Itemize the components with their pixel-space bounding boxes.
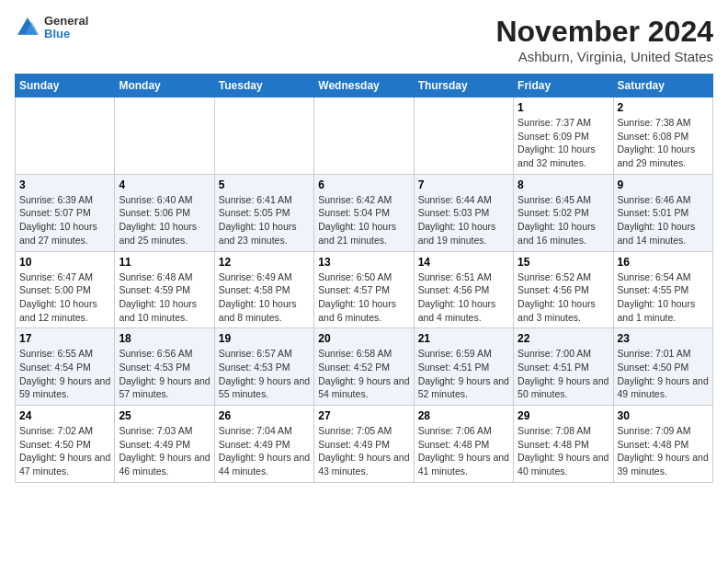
day-info: Sunrise: 6:48 AM Sunset: 4:59 PM Dayligh… — [119, 270, 210, 325]
calendar-day-cell: 2Sunrise: 7:38 AM Sunset: 6:08 PM Daylig… — [613, 98, 712, 175]
calendar-day-cell: 18Sunrise: 6:56 AM Sunset: 4:53 PM Dayli… — [115, 328, 214, 406]
day-info: Sunrise: 6:39 AM Sunset: 5:07 PM Dayligh… — [19, 193, 110, 247]
day-info: Sunrise: 6:57 AM Sunset: 4:53 PM Dayligh… — [219, 347, 310, 401]
calendar-day-cell: 13Sunrise: 6:50 AM Sunset: 4:57 PM Dayli… — [314, 251, 414, 328]
day-info: Sunrise: 6:56 AM Sunset: 4:53 PM Dayligh… — [119, 347, 210, 401]
day-number: 23 — [618, 332, 709, 345]
calendar-day-cell: 8Sunrise: 6:45 AM Sunset: 5:02 PM Daylig… — [514, 174, 613, 251]
day-number: 21 — [418, 332, 509, 345]
day-info: Sunrise: 6:47 AM Sunset: 5:00 PM Dayligh… — [19, 270, 110, 325]
day-number: 10 — [19, 256, 110, 269]
day-number: 19 — [219, 332, 310, 345]
day-info: Sunrise: 6:50 AM Sunset: 4:57 PM Dayligh… — [318, 270, 409, 325]
day-info: Sunrise: 6:54 AM Sunset: 4:55 PM Dayligh… — [618, 270, 709, 325]
calendar-day-cell: 30Sunrise: 7:09 AM Sunset: 4:48 PM Dayli… — [613, 406, 712, 483]
calendar-day-cell: 5Sunrise: 6:41 AM Sunset: 5:05 PM Daylig… — [214, 174, 313, 251]
day-info: Sunrise: 7:02 AM Sunset: 4:50 PM Dayligh… — [19, 424, 110, 478]
day-info: Sunrise: 7:06 AM Sunset: 4:48 PM Dayligh… — [418, 424, 509, 478]
calendar-week-row: 24Sunrise: 7:02 AM Sunset: 4:50 PM Dayli… — [16, 406, 713, 483]
calendar-day-cell: 15Sunrise: 6:52 AM Sunset: 4:56 PM Dayli… — [514, 251, 613, 328]
day-info: Sunrise: 7:38 AM Sunset: 6:08 PM Dayligh… — [618, 116, 709, 170]
calendar-day-cell: 3Sunrise: 6:39 AM Sunset: 5:07 PM Daylig… — [16, 174, 115, 251]
logo: General Blue — [15, 15, 88, 41]
day-number: 6 — [318, 178, 409, 191]
calendar-day-cell — [115, 98, 214, 175]
calendar-day-cell: 4Sunrise: 6:40 AM Sunset: 5:06 PM Daylig… — [115, 174, 214, 251]
day-info: Sunrise: 6:44 AM Sunset: 5:03 PM Dayligh… — [418, 193, 509, 247]
day-info: Sunrise: 6:41 AM Sunset: 5:05 PM Dayligh… — [219, 193, 310, 247]
day-number: 3 — [19, 178, 110, 191]
day-info: Sunrise: 6:46 AM Sunset: 5:01 PM Dayligh… — [618, 193, 709, 247]
calendar-day-cell: 25Sunrise: 7:03 AM Sunset: 4:49 PM Dayli… — [115, 406, 214, 483]
day-info: Sunrise: 6:52 AM Sunset: 4:56 PM Dayligh… — [518, 270, 609, 325]
logo-text: General Blue — [44, 15, 88, 41]
day-info: Sunrise: 6:40 AM Sunset: 5:06 PM Dayligh… — [119, 193, 210, 247]
calendar-day-cell: 6Sunrise: 6:42 AM Sunset: 5:04 PM Daylig… — [314, 174, 414, 251]
day-number: 30 — [618, 409, 709, 422]
calendar-day-cell: 24Sunrise: 7:02 AM Sunset: 4:50 PM Dayli… — [16, 406, 115, 483]
day-number: 11 — [119, 256, 210, 269]
calendar-table: SundayMondayTuesdayWednesdayThursdayFrid… — [15, 74, 713, 483]
day-number: 5 — [219, 178, 310, 191]
calendar-header-row: SundayMondayTuesdayWednesdayThursdayFrid… — [16, 75, 713, 98]
day-info: Sunrise: 7:04 AM Sunset: 4:49 PM Dayligh… — [219, 424, 310, 478]
day-number: 16 — [618, 256, 709, 269]
day-number: 2 — [618, 101, 709, 114]
day-info: Sunrise: 7:03 AM Sunset: 4:49 PM Dayligh… — [119, 424, 210, 478]
day-info: Sunrise: 7:37 AM Sunset: 6:09 PM Dayligh… — [518, 116, 609, 170]
day-number: 9 — [618, 178, 709, 191]
day-number: 4 — [119, 178, 210, 191]
day-info: Sunrise: 6:49 AM Sunset: 4:58 PM Dayligh… — [219, 270, 310, 325]
logo-blue: Blue — [44, 28, 88, 40]
calendar-day-cell: 14Sunrise: 6:51 AM Sunset: 4:56 PM Dayli… — [414, 251, 513, 328]
day-info: Sunrise: 6:51 AM Sunset: 4:56 PM Dayligh… — [418, 270, 509, 325]
calendar-day-cell: 1Sunrise: 7:37 AM Sunset: 6:09 PM Daylig… — [514, 98, 613, 175]
calendar-week-row: 1Sunrise: 7:37 AM Sunset: 6:09 PM Daylig… — [16, 98, 713, 175]
day-info: Sunrise: 7:09 AM Sunset: 4:48 PM Dayligh… — [618, 424, 709, 478]
day-info: Sunrise: 7:08 AM Sunset: 4:48 PM Dayligh… — [518, 424, 609, 478]
day-info: Sunrise: 6:45 AM Sunset: 5:02 PM Dayligh… — [518, 193, 609, 247]
calendar-day-cell: 12Sunrise: 6:49 AM Sunset: 4:58 PM Dayli… — [214, 251, 313, 328]
calendar-day-cell: 9Sunrise: 6:46 AM Sunset: 5:01 PM Daylig… — [613, 174, 712, 251]
day-number: 18 — [119, 332, 210, 345]
day-number: 25 — [119, 409, 210, 422]
day-info: Sunrise: 6:58 AM Sunset: 4:52 PM Dayligh… — [318, 347, 409, 401]
day-number: 14 — [418, 256, 509, 269]
title-block: November 2024 Ashburn, Virginia, United … — [495, 15, 713, 64]
page-subtitle: Ashburn, Virginia, United States — [495, 49, 713, 64]
day-number: 8 — [518, 178, 609, 191]
day-number: 26 — [219, 409, 310, 422]
day-number: 28 — [418, 409, 509, 422]
day-number: 7 — [418, 178, 509, 191]
calendar-day-cell: 26Sunrise: 7:04 AM Sunset: 4:49 PM Dayli… — [214, 406, 313, 483]
calendar-week-row: 10Sunrise: 6:47 AM Sunset: 5:00 PM Dayli… — [16, 251, 713, 328]
day-info: Sunrise: 6:55 AM Sunset: 4:54 PM Dayligh… — [19, 347, 110, 401]
day-info: Sunrise: 7:00 AM Sunset: 4:51 PM Dayligh… — [518, 347, 609, 401]
day-number: 20 — [318, 332, 409, 345]
day-info: Sunrise: 6:59 AM Sunset: 4:51 PM Dayligh… — [418, 347, 509, 401]
calendar-day-cell: 27Sunrise: 7:05 AM Sunset: 4:49 PM Dayli… — [314, 406, 414, 483]
logo-general: General — [44, 15, 88, 28]
calendar-day-cell: 28Sunrise: 7:06 AM Sunset: 4:48 PM Dayli… — [414, 406, 513, 483]
calendar-day-cell: 20Sunrise: 6:58 AM Sunset: 4:52 PM Dayli… — [314, 328, 414, 406]
day-number: 12 — [219, 256, 310, 269]
day-number: 17 — [19, 332, 110, 345]
day-number: 24 — [19, 409, 110, 422]
calendar-col-header: Thursday — [414, 75, 513, 98]
calendar-col-header: Wednesday — [314, 75, 414, 98]
calendar-col-header: Saturday — [613, 75, 712, 98]
calendar-day-cell: 10Sunrise: 6:47 AM Sunset: 5:00 PM Dayli… — [16, 251, 115, 328]
day-number: 13 — [318, 256, 409, 269]
calendar-day-cell — [214, 98, 313, 175]
calendar-day-cell: 16Sunrise: 6:54 AM Sunset: 4:55 PM Dayli… — [613, 251, 712, 328]
day-info: Sunrise: 6:42 AM Sunset: 5:04 PM Dayligh… — [318, 193, 409, 247]
calendar-col-header: Friday — [514, 75, 613, 98]
calendar-day-cell: 7Sunrise: 6:44 AM Sunset: 5:03 PM Daylig… — [414, 174, 513, 251]
day-number: 29 — [518, 409, 609, 422]
calendar-day-cell — [314, 98, 414, 175]
calendar-day-cell: 17Sunrise: 6:55 AM Sunset: 4:54 PM Dayli… — [16, 328, 115, 406]
calendar-week-row: 3Sunrise: 6:39 AM Sunset: 5:07 PM Daylig… — [16, 174, 713, 251]
page-title: November 2024 — [495, 15, 713, 49]
page-header: General Blue November 2024 Ashburn, Virg… — [15, 15, 713, 64]
day-number: 15 — [518, 256, 609, 269]
